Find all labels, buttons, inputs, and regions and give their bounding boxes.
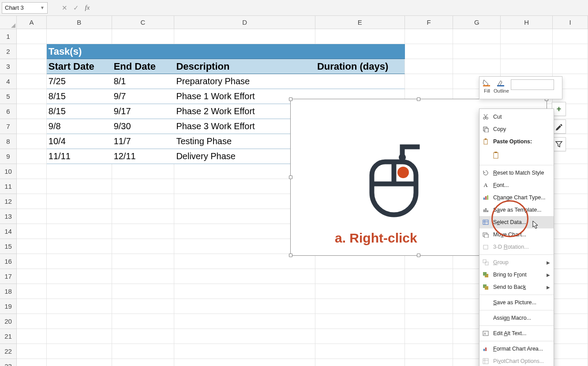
cell[interactable]	[405, 44, 453, 59]
row-header[interactable]: 2	[0, 44, 17, 59]
cell[interactable]	[553, 329, 588, 344]
cell[interactable]	[17, 134, 47, 149]
row-header[interactable]: 20	[0, 314, 17, 329]
cell[interactable]	[112, 164, 175, 179]
cell[interactable]	[405, 299, 453, 314]
cell[interactable]	[553, 59, 588, 74]
cell[interactable]	[315, 299, 405, 314]
row-header[interactable]: 1	[0, 29, 17, 44]
column-header-I[interactable]: I	[553, 16, 588, 29]
cell[interactable]	[47, 224, 112, 239]
cell[interactable]	[405, 329, 453, 344]
cell[interactable]	[17, 194, 47, 209]
cell[interactable]	[112, 269, 175, 284]
cell[interactable]	[112, 284, 175, 299]
formula-input[interactable]	[96, 2, 586, 14]
cell[interactable]	[112, 254, 175, 269]
menu-format-chart-area[interactable]: Format Chart Area...	[479, 343, 554, 355]
menu-edit-alt-text[interactable]: A Edit Alt Text...	[479, 327, 554, 340]
cell[interactable]	[405, 74, 453, 89]
cell[interactable]	[47, 29, 112, 44]
cell[interactable]	[453, 29, 501, 44]
cell[interactable]	[174, 299, 315, 314]
menu-send-to-back[interactable]: Send to Back ▶	[479, 281, 554, 293]
menu-reset-style[interactable]: Reset to Match Style	[479, 167, 554, 179]
column-header-F[interactable]: F	[405, 16, 453, 29]
row-header[interactable]: 21	[0, 329, 17, 344]
cell[interactable]	[174, 314, 315, 329]
resize-handle[interactable]	[289, 254, 292, 257]
cell[interactable]	[112, 329, 175, 344]
column-header-B[interactable]: B	[47, 16, 112, 29]
row-header[interactable]: 23	[0, 359, 17, 366]
cell[interactable]	[553, 314, 588, 329]
cell[interactable]	[453, 59, 501, 74]
cell[interactable]: 8/15	[47, 104, 112, 119]
cell[interactable]: 8/1	[112, 74, 175, 89]
row-header[interactable]: 9	[0, 149, 17, 164]
cell[interactable]	[553, 194, 588, 209]
cell[interactable]	[405, 269, 453, 284]
fx-icon[interactable]: fx	[82, 3, 93, 13]
row-header[interactable]: 15	[0, 239, 17, 254]
cell[interactable]	[553, 179, 588, 194]
cell[interactable]	[17, 29, 47, 44]
fill-button[interactable]: Fill	[482, 78, 492, 93]
cell[interactable]	[174, 284, 315, 299]
cell[interactable]	[112, 299, 175, 314]
cell[interactable]	[17, 329, 47, 344]
cell[interactable]	[553, 254, 588, 269]
cell[interactable]	[405, 254, 453, 269]
cell[interactable]	[47, 179, 112, 194]
cell[interactable]	[553, 44, 588, 59]
cell[interactable]	[112, 314, 175, 329]
menu-copy[interactable]: Copy	[479, 123, 554, 135]
cell[interactable]	[315, 254, 405, 269]
cell[interactable]	[405, 284, 453, 299]
cell[interactable]	[174, 329, 315, 344]
cell[interactable]	[405, 359, 453, 366]
resize-handle[interactable]	[289, 97, 292, 101]
cell[interactable]	[17, 254, 47, 269]
cell[interactable]	[17, 314, 47, 329]
cell[interactable]	[112, 29, 175, 44]
cell[interactable]	[47, 239, 112, 254]
cell[interactable]	[47, 359, 112, 366]
cell[interactable]	[501, 59, 553, 74]
cell[interactable]	[174, 254, 315, 269]
menu-select-data[interactable]: Select Data...	[479, 216, 554, 228]
name-box[interactable]: Chart 3 ▼	[2, 2, 48, 14]
cell[interactable]	[553, 239, 588, 254]
cell[interactable]	[112, 239, 175, 254]
menu-paste-option[interactable]	[479, 148, 554, 164]
row-header[interactable]: 12	[0, 194, 17, 209]
column-header-D[interactable]: D	[174, 16, 315, 29]
cell[interactable]: 12/11	[112, 149, 175, 164]
cell[interactable]	[553, 149, 588, 164]
column-header-E[interactable]: E	[315, 16, 405, 29]
row-header[interactable]: 22	[0, 344, 17, 359]
cell[interactable]	[174, 269, 315, 284]
cell[interactable]	[315, 269, 405, 284]
cell[interactable]: 9/7	[112, 89, 175, 104]
menu-move-chart[interactable]: Move Chart...	[479, 228, 554, 241]
cell[interactable]	[315, 29, 405, 44]
cell[interactable]	[112, 44, 175, 59]
row-header[interactable]: 4	[0, 74, 17, 89]
cell[interactable]	[47, 164, 112, 179]
cell[interactable]	[47, 344, 112, 359]
cell[interactable]	[315, 314, 405, 329]
cell[interactable]	[405, 344, 453, 359]
row-header[interactable]: 8	[0, 134, 17, 149]
cell[interactable]	[17, 59, 47, 74]
cell[interactable]	[47, 314, 112, 329]
menu-assign-macro[interactable]: Assign Macro...	[479, 312, 554, 324]
cell[interactable]: 11/7	[112, 134, 175, 149]
cell[interactable]	[553, 224, 588, 239]
select-all-corner[interactable]	[0, 16, 17, 29]
column-header-H[interactable]: H	[501, 16, 553, 29]
row-header[interactable]: 6	[0, 104, 17, 119]
cell[interactable]	[112, 194, 175, 209]
cell[interactable]	[17, 359, 47, 366]
cell[interactable]	[17, 44, 47, 59]
